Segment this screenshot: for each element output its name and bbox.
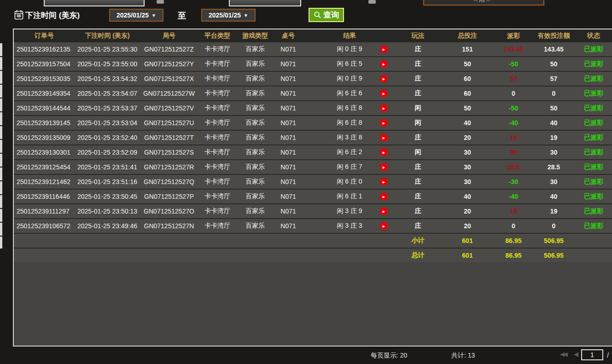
date-range-to-label: 至 <box>178 10 186 21</box>
cell-platform: 卡卡湾厅 <box>198 163 237 171</box>
play-video-icon[interactable]: ▶ <box>380 90 388 98</box>
cell-round-id: GN0712512527U <box>140 119 198 127</box>
cell-table-no: N071 <box>274 178 303 185</box>
cell-valid-bet: 30 <box>532 178 576 185</box>
result-text: 闲 3 庄 3 <box>337 222 362 229</box>
cell-game-type: 百家乐 <box>237 148 274 156</box>
cell-total-bet: 50 <box>440 60 495 68</box>
cell-order-id: 250125239125454 <box>14 163 75 171</box>
result-text: 闲 6 庄 8 <box>337 119 362 126</box>
cell-game-type: 百家乐 <box>237 222 274 230</box>
search-button[interactable]: 查询 <box>309 8 344 22</box>
cell-round-id: GN0712512527V <box>140 104 198 112</box>
cell-order-id: 250125239121462 <box>14 178 75 185</box>
col-header-result: 结果 <box>303 32 396 40</box>
play-video-icon[interactable]: ▶ <box>380 104 388 112</box>
cell-round-id: GN0712512527P <box>140 193 198 200</box>
cell-table-no: N071 <box>274 208 303 215</box>
cell-status: 已派彩 <box>576 163 612 171</box>
play-video-icon[interactable]: ▶ <box>380 134 388 142</box>
filter-bar: 下注时间 (美东) 2025/01/25▼ 至 2025/01/25▼ 查询 <box>0 6 612 26</box>
cutoff-text-input-2[interactable] <box>229 0 301 6</box>
cell-table-no: N071 <box>274 104 303 112</box>
cell-result: 闲 3 庄 3 ▶ <box>303 222 396 230</box>
cell-valid-bet: 40 <box>532 193 576 200</box>
cell-bet-time: 2025-01-25 23:54:32 <box>75 75 140 82</box>
bet-time-filter-label: 下注时间 (美东) <box>25 10 80 21</box>
cutoff-text-input-1[interactable] <box>44 0 145 6</box>
cell-result: 闲 6 庄 6 ▶ <box>303 89 396 98</box>
cell-bet-time: 2025-01-25 23:53:04 <box>75 119 140 127</box>
cell-table-no: N071 <box>274 222 303 230</box>
cell-play: 庄 <box>396 75 440 83</box>
cell-status: 已派彩 <box>576 75 612 83</box>
cell-valid-bet: 40 <box>532 119 576 127</box>
table-row: 250125239106572 2025-01-25 23:49:46 GN07… <box>14 218 612 233</box>
cell-result: 闲 6 庄 8 ▶ <box>303 119 396 127</box>
cell-order-id: 250125239162135 <box>14 46 75 53</box>
col-header-game-type: 游戏类型 <box>237 32 274 40</box>
play-video-icon[interactable]: ▶ <box>380 178 388 186</box>
play-video-icon[interactable]: ▶ <box>380 163 388 171</box>
cell-payout: 143.45 <box>495 46 532 53</box>
cell-game-type: 百家乐 <box>237 60 274 68</box>
cell-table-no: N071 <box>274 90 303 97</box>
page-separator: / <box>607 351 609 359</box>
play-video-icon[interactable]: ▶ <box>380 149 388 156</box>
table-row: 250125239153035 2025-01-25 23:54:32 GN07… <box>14 71 612 86</box>
search-icon <box>314 11 321 19</box>
cell-bet-time: 2025-01-25 23:50:13 <box>75 208 140 215</box>
play-video-icon[interactable]: ▶ <box>380 75 388 83</box>
prev-page-button[interactable]: ◀ <box>574 351 577 358</box>
cell-platform: 卡卡湾厅 <box>198 222 237 230</box>
cutoff-field-icon-1 <box>157 0 164 4</box>
cell-game-type: 百家乐 <box>237 89 274 98</box>
result-text: 闲 6 庄 2 <box>337 148 362 156</box>
cell-payout: -40 <box>495 119 532 127</box>
cutoff-all-dropdown[interactable]: -- All -- <box>423 0 544 6</box>
cell-bet-time: 2025-01-25 23:55:00 <box>75 60 140 68</box>
play-video-icon[interactable]: ▶ <box>380 46 388 53</box>
table-row: 250125239121462 2025-01-25 23:51:16 GN07… <box>14 174 612 189</box>
subtotal-payout: 86.95 <box>495 237 532 244</box>
cell-order-id: 250125239149354 <box>14 90 75 97</box>
cell-payout: 28.5 <box>495 163 532 171</box>
cell-game-type: 百家乐 <box>237 163 274 171</box>
cell-total-bet: 30 <box>440 178 495 185</box>
date-to-select[interactable]: 2025/01/25▼ <box>201 9 256 22</box>
col-header-bet-time: 下注时间 (美东) <box>75 32 140 40</box>
play-video-icon[interactable]: ▶ <box>380 222 388 230</box>
cell-valid-bet: 0 <box>532 90 576 97</box>
table-row: 250125239139145 2025-01-25 23:53:04 GN07… <box>14 115 612 130</box>
first-page-button[interactable]: ◀◀ <box>560 351 566 358</box>
cell-table-no: N071 <box>274 46 303 53</box>
cell-round-id: GN0712512527Q <box>140 178 198 185</box>
cell-status: 已派彩 <box>576 45 612 53</box>
date-from-select[interactable]: 2025/01/25▼ <box>109 9 163 22</box>
cell-payout: 19 <box>495 134 532 141</box>
cell-total-bet: 60 <box>440 90 495 97</box>
subtotal-total-bet: 601 <box>440 237 495 244</box>
cell-total-bet: 30 <box>440 149 495 156</box>
cell-round-id: GN0712512527N <box>140 222 198 230</box>
cell-payout: -30 <box>495 178 532 185</box>
play-video-icon[interactable]: ▶ <box>380 119 388 127</box>
cell-result: 闲 3 庄 8 ▶ <box>303 133 396 142</box>
cell-status: 已派彩 <box>576 148 612 156</box>
cell-status: 已派彩 <box>576 89 612 98</box>
cell-result: 闲 0 庄 9 ▶ <box>303 75 396 83</box>
cell-valid-bet: 0 <box>532 222 576 230</box>
result-text: 闲 6 庄 6 <box>337 89 362 97</box>
play-video-icon[interactable]: ▶ <box>380 193 388 201</box>
page-number-input[interactable] <box>581 349 603 360</box>
cell-play: 闲 <box>396 104 440 112</box>
cell-play: 庄 <box>396 163 440 171</box>
table-empty-area <box>14 262 612 346</box>
col-header-total-bet: 总投注 <box>440 32 495 40</box>
cell-bet-time: 2025-01-25 23:52:09 <box>75 149 140 156</box>
play-video-icon[interactable]: ▶ <box>380 60 388 68</box>
play-video-icon[interactable]: ▶ <box>380 208 388 215</box>
cell-bet-time: 2025-01-25 23:52:40 <box>75 134 140 141</box>
table-row: 250125239111297 2025-01-25 23:50:13 GN07… <box>14 203 612 218</box>
table-row: 250125239162135 2025-01-25 23:55:30 GN07… <box>14 42 612 56</box>
